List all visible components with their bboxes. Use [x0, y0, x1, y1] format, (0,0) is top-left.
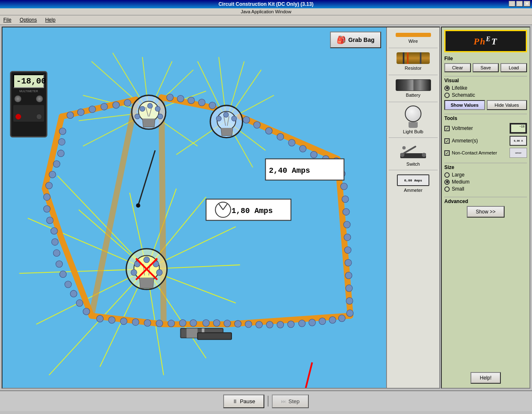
svg-point-99 [96, 315, 103, 322]
svg-point-74 [346, 285, 352, 292]
component-switch[interactable]: Switch [389, 139, 437, 169]
subtitle: Java Application Window [241, 9, 291, 14]
menu-help[interactable]: Help [44, 16, 57, 24]
svg-point-114 [53, 161, 60, 167]
svg-point-122 [140, 106, 145, 111]
step-label: Step [288, 398, 300, 404]
svg-point-100 [83, 308, 90, 315]
svg-line-149 [138, 150, 155, 206]
svg-point-103 [65, 281, 71, 288]
svg-point-57 [254, 122, 260, 128]
svg-point-88 [224, 320, 231, 327]
menu-file[interactable]: File [2, 16, 13, 24]
svg-point-46 [77, 109, 84, 115]
grab-bag-button[interactable]: 🎒 Grab Bag [330, 32, 381, 48]
svg-line-44 [162, 97, 164, 324]
component-ammeter[interactable]: 0,00 Amps Ammeter [389, 171, 437, 196]
component-resistor[interactable]: Resistor [389, 49, 437, 73]
svg-point-52 [177, 95, 184, 102]
wire-label: Wire [409, 39, 418, 44]
svg-point-107 [52, 239, 58, 245]
lifelike-label: Lifelike [452, 85, 467, 91]
pause-label: Pause [240, 398, 255, 404]
svg-point-116 [58, 139, 65, 145]
component-palette: Wire Resis [386, 27, 439, 388]
svg-point-45 [67, 112, 74, 118]
svg-point-79 [319, 318, 325, 325]
svg-point-85 [256, 321, 262, 328]
medium-radio[interactable]: Medium [444, 179, 527, 185]
svg-point-132 [224, 112, 229, 117]
voltmeter-instrument[interactable]: -18,00 MULTIMETER [10, 71, 47, 137]
svg-point-67 [342, 196, 349, 202]
svg-point-73 [345, 272, 352, 279]
svg-point-123 [148, 103, 153, 108]
svg-point-60 [288, 140, 295, 146]
file-title: File [444, 56, 527, 61]
component-battery[interactable]: Battery [389, 76, 437, 100]
svg-point-48 [101, 103, 108, 110]
show-advanced-button[interactable]: Show >> [467, 206, 505, 218]
small-radio[interactable]: Small [444, 186, 527, 192]
circuit-canvas[interactable]: 1,80 Amps 2,40 Amps -18,00 MULTIMETER [2, 27, 440, 389]
phet-logo: PhET [444, 30, 527, 52]
load-button[interactable]: Load [500, 63, 527, 72]
lifelike-radio[interactable]: Lifelike [444, 85, 527, 91]
svg-text:2,40 Amps: 2,40 Amps [269, 167, 310, 175]
svg-point-62 [310, 151, 317, 158]
medium-label: Medium [452, 179, 470, 185]
svg-point-70 [344, 234, 351, 240]
step-button[interactable]: ⏭ Step [272, 394, 309, 408]
ammeters-label-cb: Ammeter(s) [452, 138, 507, 144]
svg-rect-146 [187, 328, 198, 338]
non-contact-row[interactable]: ✓ Non-Contact Ammeter sensor [444, 148, 527, 158]
switch-label: Switch [406, 162, 420, 167]
lightbulb-label: Light Bulb [403, 129, 424, 134]
help-button[interactable]: Help! [470, 372, 500, 384]
small-label: Small [452, 186, 464, 192]
close-btn[interactable]: ✕ [524, 1, 530, 7]
svg-point-72 [345, 260, 352, 266]
schematic-radio[interactable]: Schematic [444, 92, 527, 98]
ammeters-row[interactable]: ✓ Ammeter(s) 0,00 A [444, 136, 527, 146]
svg-point-80 [309, 319, 315, 326]
svg-point-106 [53, 250, 60, 256]
clear-button[interactable]: Clear [444, 63, 471, 72]
control-panel: PhET File Clear Save Load Visual [441, 27, 530, 389]
save-button[interactable]: Save [473, 63, 499, 72]
svg-point-109 [47, 217, 53, 223]
pause-button[interactable]: ⏸ Pause [223, 394, 264, 408]
maximize-btn[interactable]: □ [516, 1, 523, 7]
hide-values-button[interactable]: Hide Values [487, 100, 527, 110]
show-values-button[interactable]: Show Values [444, 100, 485, 110]
svg-point-102 [70, 290, 77, 297]
menu-options[interactable]: Options [18, 16, 38, 24]
svg-point-93 [168, 320, 175, 327]
svg-point-84 [266, 321, 273, 328]
svg-point-78 [329, 316, 336, 323]
component-lightbulb[interactable]: Light Bulb [389, 103, 437, 136]
svg-rect-148 [197, 333, 232, 339]
large-label: Large [452, 172, 465, 178]
svg-line-43 [91, 100, 136, 316]
svg-point-81 [298, 320, 305, 327]
advanced-title: Advanced [444, 198, 527, 204]
svg-point-71 [345, 247, 351, 253]
svg-point-139 [144, 257, 150, 262]
size-title: Size [444, 164, 527, 170]
svg-point-131 [216, 116, 221, 121]
minimize-btn[interactable]: _ [509, 1, 515, 7]
voltmeter-row[interactable]: ✓ Voltmeter −18 [444, 123, 527, 134]
svg-point-97 [120, 318, 127, 325]
svg-point-142 [131, 269, 137, 275]
svg-point-86 [245, 321, 252, 328]
svg-point-111 [44, 194, 50, 200]
svg-point-92 [179, 320, 186, 326]
svg-point-68 [343, 208, 350, 215]
svg-point-56 [243, 116, 250, 123]
svg-point-133 [232, 116, 236, 121]
svg-point-89 [213, 320, 220, 326]
component-wire[interactable]: Wire [389, 30, 437, 47]
large-radio[interactable]: Large [444, 172, 527, 178]
svg-point-87 [234, 321, 241, 327]
